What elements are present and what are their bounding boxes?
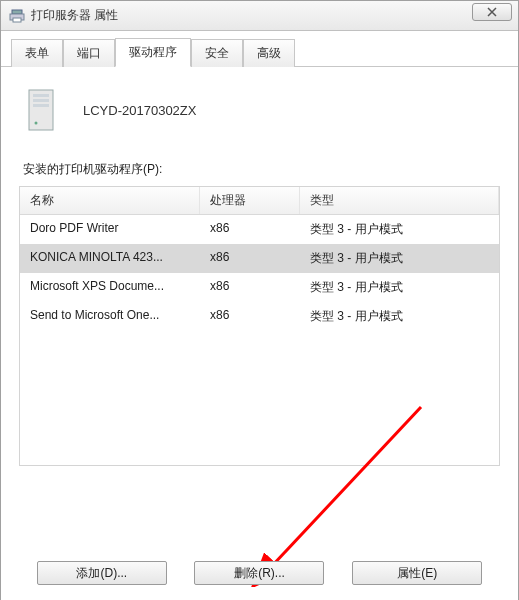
svg-point-7 [35,122,38,125]
window-title: 打印服务器 属性 [31,7,118,24]
tab-drivers[interactable]: 驱动程序 [115,38,191,67]
svg-rect-5 [33,99,49,102]
driver-name-cell: KONICA MINOLTA 423... [20,248,200,269]
driver-name-cell: Send to Microsoft One... [20,306,200,327]
svg-rect-2 [13,18,21,22]
properties-button[interactable]: 属性(E) [352,561,482,585]
printer-icon [9,8,25,24]
driver-type-cell: 类型 3 - 用户模式 [300,248,499,269]
driver-processor-cell: x86 [200,248,300,269]
column-header-name[interactable]: 名称 [20,187,200,214]
print-server-properties-window: 打印服务器 属性 表单 端口 驱动程序 安全 高级 LCYD-20170302Z… [0,0,519,600]
tab-content-drivers: LCYD-20170302ZX 安装的打印机驱动程序(P): 名称 处理器 类型… [1,67,518,600]
driver-processor-cell: x86 [200,306,300,327]
server-name: LCYD-20170302ZX [83,103,196,118]
titlebar: 打印服务器 属性 [1,1,518,31]
button-row: 添加(D)... 删除(R)... 属性(E) [1,561,518,585]
svg-rect-6 [33,104,49,107]
column-header-type[interactable]: 类型 [300,187,499,214]
server-info: LCYD-20170302ZX [23,89,500,131]
driver-name-cell: Microsoft XPS Docume... [20,277,200,298]
driver-processor-cell: x86 [200,277,300,298]
svg-rect-4 [33,94,49,97]
tab-bar: 表单 端口 驱动程序 安全 高级 [1,31,518,67]
driver-type-cell: 类型 3 - 用户模式 [300,306,499,327]
svg-rect-0 [12,10,22,14]
remove-button[interactable]: 删除(R)... [194,561,324,585]
server-tower-icon [23,89,59,131]
column-header-processor[interactable]: 处理器 [200,187,300,214]
table-row[interactable]: Microsoft XPS Docume... x86 类型 3 - 用户模式 [20,273,499,302]
add-button[interactable]: 添加(D)... [37,561,167,585]
tab-forms[interactable]: 表单 [11,39,63,67]
table-row[interactable]: Send to Microsoft One... x86 类型 3 - 用户模式 [20,302,499,331]
tab-security[interactable]: 安全 [191,39,243,67]
close-button[interactable] [472,3,512,21]
tab-ports[interactable]: 端口 [63,39,115,67]
table-row[interactable]: Doro PDF Writer x86 类型 3 - 用户模式 [20,215,499,244]
drivers-table-body: Doro PDF Writer x86 类型 3 - 用户模式 KONICA M… [20,215,499,331]
driver-type-cell: 类型 3 - 用户模式 [300,277,499,298]
driver-type-cell: 类型 3 - 用户模式 [300,219,499,240]
driver-processor-cell: x86 [200,219,300,240]
drivers-table[interactable]: 名称 处理器 类型 Doro PDF Writer x86 类型 3 - 用户模… [19,186,500,466]
tab-advanced[interactable]: 高级 [243,39,295,67]
installed-drivers-label: 安装的打印机驱动程序(P): [23,161,500,178]
table-row[interactable]: KONICA MINOLTA 423... x86 类型 3 - 用户模式 [20,244,499,273]
driver-name-cell: Doro PDF Writer [20,219,200,240]
drivers-table-header: 名称 处理器 类型 [20,187,499,215]
